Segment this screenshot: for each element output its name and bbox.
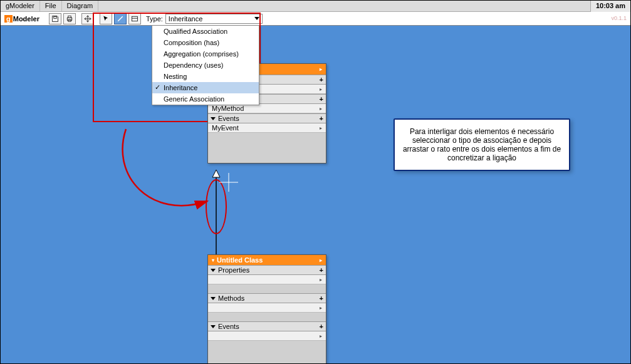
class-tool-button[interactable]: [128, 13, 141, 24]
add-icon[interactable]: +: [320, 76, 323, 83]
add-event-icon[interactable]: +: [320, 323, 323, 330]
logo-g: g: [4, 15, 13, 23]
class-title-bottom[interactable]: ▾Untitled Class ▸: [208, 255, 326, 265]
move-tool-button[interactable]: [81, 13, 94, 24]
chevron-down-icon: [254, 17, 259, 20]
table-row[interactable]: ▸: [208, 275, 326, 284]
dropdown-item-generic-association[interactable]: Generic Association: [152, 93, 259, 105]
type-dropdown[interactable]: Inheritance: [165, 14, 263, 24]
svg-rect-2: [68, 16, 71, 18]
dropdown-item-label: Inheritance: [164, 84, 197, 91]
toolbar: gModeler Type: Inheritance: [1, 12, 630, 26]
move-icon: [84, 15, 91, 23]
event-label: MyEvent: [212, 124, 239, 132]
dropdown-item-inheritance[interactable]: ✓Inheritance: [152, 82, 259, 93]
events-header-label: Events: [218, 323, 239, 330]
table-row[interactable]: ▸: [208, 303, 326, 313]
add-method-icon[interactable]: +: [320, 294, 323, 302]
events-header[interactable]: Events+: [208, 321, 326, 331]
svg-marker-8: [212, 170, 220, 177]
menu-bar: gModeler File Diagram: [1, 1, 630, 12]
dropdown-item-composition[interactable]: Composition (has): [152, 37, 259, 48]
add-icon[interactable]: +: [320, 95, 323, 103]
type-label: Type:: [146, 15, 163, 23]
dropdown-item-nesting[interactable]: Nesting: [152, 71, 259, 82]
methods-header[interactable]: Methods+: [208, 293, 326, 303]
events-header[interactable]: Events+: [208, 113, 326, 123]
inheritance-connector: [210, 170, 222, 257]
properties-header[interactable]: Properties+: [208, 265, 326, 275]
save-button[interactable]: [49, 13, 61, 24]
link-tool-button[interactable]: [114, 13, 127, 24]
events-header-label: Events: [218, 115, 239, 122]
menu-gmodeler[interactable]: gModeler: [1, 1, 40, 11]
clock: 10:03 am: [590, 1, 630, 12]
class-title-caret: ▾: [212, 257, 214, 263]
add-event-icon[interactable]: +: [320, 115, 323, 122]
class-card-bottom[interactable]: ▾Untitled Class ▸ Properties+ ▸ Methods+…: [207, 254, 326, 364]
class-title-text: Untitled Class: [217, 256, 263, 264]
table-row[interactable]: ▸: [208, 331, 326, 341]
properties-header-label: Properties: [218, 266, 249, 274]
link-icon: [117, 15, 124, 23]
svg-rect-0: [54, 16, 57, 18]
crosshair-cursor-icon: [219, 173, 238, 192]
event-row[interactable]: MyEvent▸: [208, 123, 326, 133]
print-icon: [66, 15, 73, 23]
pointer-tool-button[interactable]: [100, 13, 112, 24]
method-row[interactable]: MyMethod▸: [208, 104, 326, 113]
class-title-right-icon: ▸: [320, 257, 322, 263]
methods-header-label: Methods: [218, 294, 244, 302]
annotation-ellipse: [206, 179, 227, 234]
menu-diagram[interactable]: Diagram: [62, 1, 99, 11]
method-label: MyMethod: [212, 105, 244, 112]
class-title-text-top: [266, 66, 268, 73]
dropdown-item-qualified-association[interactable]: Qualified Association: [152, 26, 259, 37]
app-logo: gModeler: [1, 15, 43, 23]
check-icon: ✓: [155, 83, 160, 91]
save-icon: [51, 15, 59, 23]
print-button[interactable]: [63, 13, 76, 24]
svg-line-4: [118, 16, 123, 21]
type-dropdown-value: Inheritance: [169, 15, 202, 23]
add-property-icon[interactable]: +: [320, 266, 323, 274]
class-title-right-icon: ▸: [320, 66, 322, 72]
class-icon: [131, 15, 138, 23]
logo-text: Modeler: [13, 15, 39, 23]
svg-rect-5: [132, 16, 137, 21]
menu-file[interactable]: File: [40, 1, 62, 11]
dropdown-item-aggregation[interactable]: Aggregation (comprises): [152, 48, 259, 60]
type-dropdown-list: Qualified Association Composition (has) …: [152, 25, 259, 105]
instruction-callout: Para interligar dois elementos é necessá…: [394, 118, 570, 171]
dropdown-item-dependency[interactable]: Dependency (uses): [152, 60, 259, 71]
pointer-icon: [102, 15, 110, 23]
version-label: v0.1.1: [611, 15, 627, 21]
